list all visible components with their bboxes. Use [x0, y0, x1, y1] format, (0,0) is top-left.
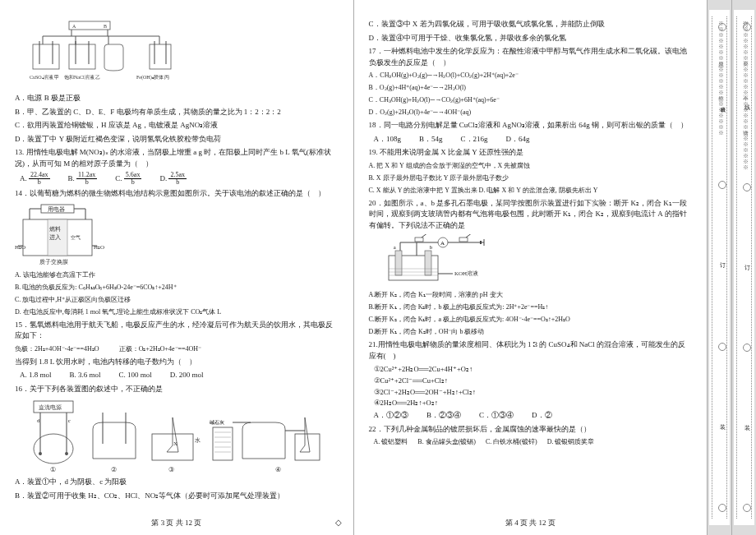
q15-options: A. 1.8 mol B. 3.6 mol C. 100 mol D. 200 …: [20, 370, 339, 381]
fig2-mid: 燃料: [49, 226, 61, 233]
q18-options: A．108g B．54g C．216g D．64g: [374, 134, 693, 145]
binding-strip-1: ※※※※※※※题※※※※※※答※※※※※※※ 班级： 订 装: [708, 0, 731, 535]
fig2-right: 空气: [71, 234, 81, 240]
figure-electrolysis-setup: A B CuSO₄溶液 甲 饱和NaCl溶液 乙 Fe(OH)₃胶体 丙: [26, 20, 339, 90]
fig1-label-right: Fe(OH)₃胶体 丙: [136, 74, 169, 81]
q12-option-a: A．电源 B 极是正极: [15, 93, 339, 104]
page4-footer: 第 4 页 共 12 页: [354, 518, 708, 529]
q15-a: A. 1.8 mol: [20, 370, 52, 381]
q12-option-d: D．装置丁中 Y 极附近红褐色变深，说明氢氧化铁胶粒带负电荷: [15, 134, 339, 145]
q14-d: D. 在电池反应中,每消耗 1 mol 氧气,理论上能生成标准状况下 CO₂气体…: [15, 307, 339, 317]
page3-footer: 第 3 页 共 12 页: [0, 518, 353, 529]
fig3-d2: ②: [111, 466, 117, 473]
q21-options: A．①②③ B．②③④ C．①③④ D．②: [374, 410, 693, 422]
svg-rect-50: [415, 238, 423, 242]
q16-stem: 16．关于下列各装置图的叙述中，不正确的是: [15, 384, 339, 395]
q22-d: D. 镀银铜质奖章: [547, 437, 595, 447]
fig3-x: X: [173, 440, 177, 447]
fig3-d4: ④: [275, 466, 281, 473]
fig4-label: KOH溶液: [454, 270, 478, 277]
svg-point-35: [39, 452, 42, 455]
q15-q: 当得到 1.8 L 饮用水时，电池内转移的电子数约为（ ）: [15, 357, 339, 368]
q12-option-c: C．欲用丙装置给铜镀银，H 应该是 Ag，电镀液是 AgNO₃溶液: [15, 120, 339, 131]
svg-point-36: [65, 452, 68, 455]
fig3-d1: ①: [50, 466, 56, 473]
q22-b: B. 食品罐头盒(镀锡): [417, 437, 476, 447]
circle-icon: [743, 504, 751, 512]
svg-line-56: [466, 234, 472, 238]
fig3-water: 水: [195, 437, 201, 444]
svg-rect-65: [425, 251, 431, 275]
binding-label: 班级：: [719, 104, 726, 108]
q21-b: B．②③④: [426, 410, 461, 422]
q20-b: B.断开 K₁，闭合 K₂时，b 极上的电极反应式为: 2H⁺+2e⁻==H₂↑: [369, 302, 693, 312]
svg-text:A: A: [440, 240, 445, 247]
fig1-label-left: CuSO₄溶液 甲: [30, 74, 59, 80]
q19-b: B. X 原子最外层电子数比 Y 原子最外层电子数少: [369, 173, 693, 183]
q15-stem: 15．氢氧燃料电池用于航天飞船，电极反应产生的水，经冷凝后可作为航天员的饮用水，…: [15, 320, 339, 342]
circle-icon: [743, 23, 751, 31]
figure-fuel-cell: 用电器 燃料 进入 空气 H₂O H₂O 质子交换膜: [15, 203, 339, 267]
svg-rect-55: [459, 238, 468, 242]
fig1-label-a: A: [72, 24, 76, 29]
q21-r3: ③2Cl⁻+2H₂O══2OH⁻+H₂↑+Cl₂↑: [374, 387, 693, 398]
binding-label: 订: [744, 264, 750, 272]
circle-icon: [743, 183, 751, 191]
binding-label: 线: [744, 104, 750, 112]
q22-a: A. 镀铝塑料: [374, 437, 408, 447]
q16-b: B．装置②可用于收集 H₂、CO₂、HCl、NO₂等气体（必要时可添加尾气处理装…: [15, 491, 339, 502]
q19-stem: 19. 不能用来说明金属 X 比金属 Y 还原性强的是: [369, 147, 693, 159]
fig3-pwr: 直流电源: [39, 404, 62, 411]
svg-text:a: a: [394, 245, 396, 250]
fig1-label-b: B: [104, 24, 107, 29]
q18-c: C．216g: [461, 134, 488, 145]
circle-icon: [743, 344, 751, 352]
q13-options: A. 22.4axb B. 11.2axb C. 5.6axb D. 2.5ax…: [20, 172, 339, 186]
svg-line-61: [417, 242, 484, 249]
q16-a: A．装置①中，d 为阴极、c 为阳极: [15, 477, 339, 488]
binding-strip-2: 订※※※※※※※要※※※※※※不※※※※※※请※※※※※※※ 线 订 装: [732, 0, 756, 535]
circle-icon: [718, 23, 726, 31]
fig2-left-out: H₂O: [15, 244, 25, 251]
svg-text:K₁: K₁: [417, 234, 422, 235]
q21-r4: ④2H₂O══2H₂↑+O₂↑: [374, 398, 693, 408]
q21-r2: ②Cu²⁺+2Cl⁻══Cu+Cl₂↑: [374, 376, 693, 386]
svg-rect-8: [33, 44, 59, 69]
svg-point-32: [34, 434, 73, 464]
fig2-top: 用电器: [48, 206, 65, 213]
q14-c: C. 放电过程中,H⁺从正极区向负极区迁移: [15, 295, 339, 305]
q16-d: D．装置④中可用于干燥、收集氯化氢，并吸收多余的氯化氢: [369, 33, 693, 44]
binding-label: 装: [744, 424, 750, 432]
q18-a: A．108g: [374, 134, 402, 145]
binding-label: 订: [720, 261, 726, 270]
q22-stem: 22．下列几种金属制品的镀层损坏后，金属腐蚀的速率最快的是（）: [369, 424, 693, 436]
q17-b: B．O₂(g)+4H⁺(aq)+4e⁻─→2H₂O(l): [369, 83, 693, 93]
q13-b: B. 11.2axb: [68, 172, 98, 186]
q20-d: D.断开 K₁，闭合 K₂时，OH⁻向 b 极移动: [369, 327, 693, 337]
fig3-lime: 碱石灰: [210, 420, 224, 425]
q16-c: C．装置③中 X 若为四氯化碳，可用于吸收氨气或氯化氢，并能防止倒吸: [369, 19, 693, 30]
q21-d: D．②: [532, 410, 552, 422]
q22-c: C. 白铁水桶(镀锌): [486, 437, 537, 447]
q21-c: C．①③④: [479, 410, 514, 422]
q14-b: B. 电池的负极反应为: C₆H₁₂O₆+6H₂O-24e⁻=6CO₂↑+24H…: [15, 283, 339, 293]
q13-stem: 13. 用惰性电极电解 M(NO₃)ₓ 的水溶液，当阴极上增重 a g 时，在阳…: [15, 147, 339, 169]
svg-rect-64: [395, 251, 402, 275]
circle-icon: [718, 343, 726, 351]
svg-text:b: b: [430, 245, 432, 250]
svg-line-51: [422, 234, 428, 238]
q17-c: C．CH₃OH(g)+H₂O(l)─→CO₂(g)+6H⁺(aq)+6e⁻: [369, 95, 693, 105]
q20-c: C.断开 K₂，闭合 K₁时，a 极上的电极反应式为: 4OH⁻-4e⁻==O₂…: [369, 315, 693, 325]
fig2-right-out: H₂O: [94, 244, 104, 251]
svg-rect-10: [150, 44, 171, 69]
q17-stem: 17．一种燃料电池中发生的化学反应为：在酸性溶液中甲醇与氧气作用生成水和二氧化碳…: [369, 46, 693, 68]
q14-stem: 14．以葡萄糖为燃料的微生物燃料电池结构示意图如图所示。关于该电池的叙述正确的是…: [15, 188, 339, 200]
fig3-d3: ③: [168, 466, 174, 473]
q13-c: C. 5.6axb: [115, 172, 141, 186]
q17-a: A．CH₃OH(g)+O₂(g)─→H₂O(l)+CO₂(g)+2H⁺(aq)+…: [369, 71, 693, 81]
q17-d: D．O₂(g)+2H₂O(l)+4e⁻─→4OH⁻(aq): [369, 108, 693, 118]
page-4: C．装置③中 X 若为四氯化碳，可用于吸收氨气或氯化氢，并能防止倒吸 D．装置④…: [354, 0, 708, 535]
binding-circles-1: 班级： 订 装: [718, 20, 726, 515]
q19-cd: C. X 能从 Y 的盐溶液中把 Y 置换出来 D. 电解 X 和 Y 的盐混合…: [369, 186, 693, 196]
circle-icon: [718, 504, 726, 512]
